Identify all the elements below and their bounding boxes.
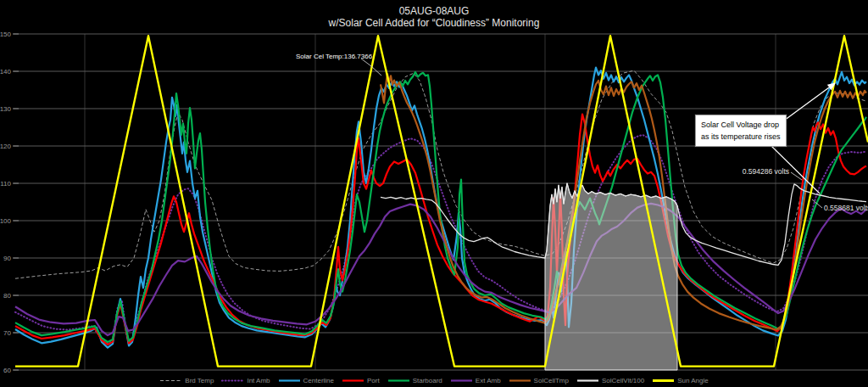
legend-item-ext_amb: Ext Amb xyxy=(450,377,501,384)
legend-swatch-int_amb xyxy=(221,377,244,384)
y-axis-label: 110 xyxy=(0,180,11,188)
voltage-drop-callout-line1: Solar Cell Voltage drop xyxy=(701,119,781,131)
y-axis-label: 140 xyxy=(0,68,12,76)
legend-swatch-port xyxy=(342,377,364,384)
legend-label-centerline: Centerline xyxy=(303,377,334,384)
legend-swatch-sol_cell_tmp xyxy=(509,377,531,384)
legend-swatch-centerline xyxy=(278,377,301,384)
chart-legend: Brd TempInt AmbCenterlinePortStarboardEx… xyxy=(0,377,868,384)
legend-label-sun_angle: Sun Angle xyxy=(677,377,708,384)
cloudiness-fill-area xyxy=(545,183,677,370)
legend-item-int_amb: Int Amb xyxy=(221,377,270,384)
legend-swatch-ext_amb xyxy=(450,377,473,384)
legend-label-int_amb: Int Amb xyxy=(247,377,270,384)
legend-label-ext_amb: Ext Amb xyxy=(476,377,501,384)
y-axis-label: 150 xyxy=(0,31,12,38)
y-axis-label: 100 xyxy=(0,217,12,225)
solar-cell-temp-annotation: Solar Cel Temp:136.7366 xyxy=(296,53,372,60)
legend-label-sol_cell_tmp: SolCellTmp xyxy=(534,377,569,384)
legend-label-sol_cell_vlt: SolCellVlt/100 xyxy=(602,377,644,384)
series-line-starboard xyxy=(15,72,866,342)
legend-label-brd_temp: Brd Temp xyxy=(185,377,214,384)
legend-item-centerline: Centerline xyxy=(278,377,334,384)
y-axis-label: 130 xyxy=(0,105,12,113)
legend-item-brd_temp: Brd Temp xyxy=(159,377,214,384)
legend-label-starboard: Starboard xyxy=(413,377,442,384)
y-axis-label: 120 xyxy=(0,143,12,150)
chart-title: 05AUG-08AUG xyxy=(0,5,868,17)
v-peak-leader-line xyxy=(791,172,802,180)
voltage-drop-callout-box: Solar Cell Voltage drop as its temperatu… xyxy=(695,115,787,147)
voltage-drop-annotation: 0.558681 volts xyxy=(824,204,868,212)
legend-swatch-starboard xyxy=(387,377,410,384)
y-axis-label: 90 xyxy=(3,255,11,262)
y-axis-label: 60 xyxy=(3,367,11,374)
series-line-brd_temp xyxy=(15,70,866,278)
plot-area: 60708090100110120130140150 xyxy=(0,0,868,387)
legend-swatch-sun_angle xyxy=(652,377,675,384)
legend-item-sol_cell_tmp: SolCellTmp xyxy=(509,377,569,384)
voltage-peak-annotation: 0.594286 volts xyxy=(743,167,789,176)
voltage-drop-callout-line2: as its temperature rises xyxy=(701,131,781,143)
legend-item-starboard: Starboard xyxy=(387,377,442,384)
legend-item-port: Port xyxy=(342,377,380,384)
chart-header: 05AUG-08AUG w/Solar Cell Added for “Clou… xyxy=(0,5,868,30)
chart-canvas: 60708090100110120130140150 05AUG-08AUG w… xyxy=(0,0,868,387)
legend-item-sun_angle: Sun Angle xyxy=(652,377,708,384)
legend-swatch-sol_cell_vlt xyxy=(576,377,599,384)
legend-swatch-brd_temp xyxy=(159,377,182,384)
y-axis-label: 70 xyxy=(3,329,11,337)
legend-label-port: Port xyxy=(367,377,380,384)
chart-subtitle: w/Solar Cell Added for “Cloudiness” Moni… xyxy=(0,17,868,30)
legend-item-sol_cell_vlt: SolCellVlt/100 xyxy=(576,377,644,384)
y-axis-label: 80 xyxy=(3,292,11,300)
